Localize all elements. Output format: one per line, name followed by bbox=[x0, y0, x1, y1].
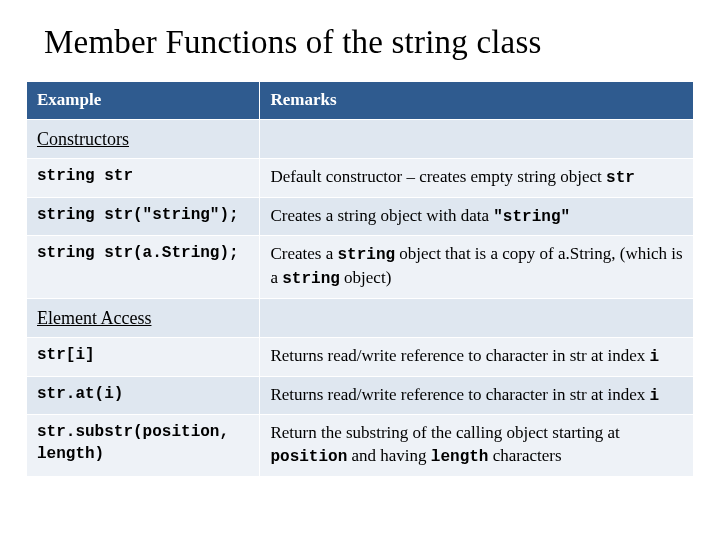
example-cell: string str bbox=[27, 159, 260, 198]
section-title: Element Access bbox=[27, 298, 260, 337]
reference-table: Example Remarks Constructors string str … bbox=[26, 81, 694, 477]
table-row: str[i] Returns read/write reference to c… bbox=[27, 337, 694, 376]
remarks-cell: Returns read/write reference to characte… bbox=[260, 376, 694, 415]
section-row-element-access: Element Access bbox=[27, 298, 694, 337]
table-row: str.substr(position, length) Return the … bbox=[27, 415, 694, 477]
table-row: string str("string"); Creates a string o… bbox=[27, 197, 694, 236]
section-row-constructors: Constructors bbox=[27, 119, 694, 158]
remarks-cell: Returns read/write reference to characte… bbox=[260, 337, 694, 376]
remarks-cell: Default constructor – creates empty stri… bbox=[260, 159, 694, 198]
example-cell: str[i] bbox=[27, 337, 260, 376]
example-cell: string str(a.String); bbox=[27, 236, 260, 298]
example-cell: string str("string"); bbox=[27, 197, 260, 236]
section-empty-cell bbox=[260, 298, 694, 337]
section-title: Constructors bbox=[27, 119, 260, 158]
table-header-row: Example Remarks bbox=[27, 82, 694, 120]
remarks-cell: Creates a string object that is a copy o… bbox=[260, 236, 694, 298]
section-empty-cell bbox=[260, 119, 694, 158]
table-row: str.at(i) Returns read/write reference t… bbox=[27, 376, 694, 415]
example-cell: str.at(i) bbox=[27, 376, 260, 415]
remarks-cell: Return the substring of the calling obje… bbox=[260, 415, 694, 477]
page-title: Member Functions of the string class bbox=[44, 24, 694, 61]
col-header-remarks: Remarks bbox=[260, 82, 694, 120]
table-row: string str Default constructor – creates… bbox=[27, 159, 694, 198]
remarks-cell: Creates a string object with data "strin… bbox=[260, 197, 694, 236]
table-row: string str(a.String); Creates a string o… bbox=[27, 236, 694, 298]
col-header-example: Example bbox=[27, 82, 260, 120]
example-cell: str.substr(position, length) bbox=[27, 415, 260, 477]
